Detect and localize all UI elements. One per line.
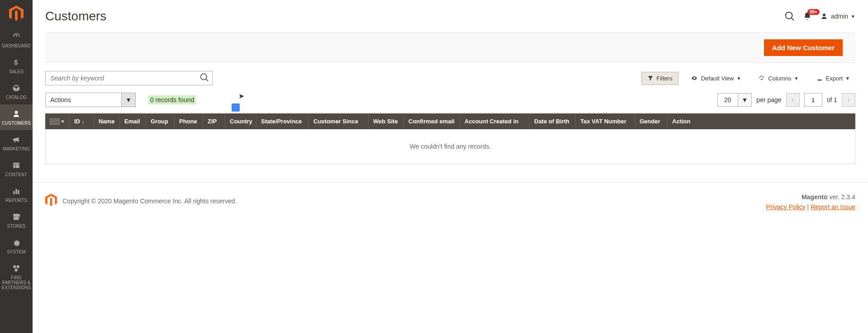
default-view-label: Default View bbox=[701, 75, 734, 82]
chevron-left-icon: ‹ bbox=[792, 96, 794, 103]
toolbar-right: Filters Default View ▼ Columns ▼ Export … bbox=[641, 72, 855, 85]
report-link[interactable]: Report an Issue bbox=[811, 203, 855, 211]
copyright-text: Copyright © 2020 Magento Commerce Inc. A… bbox=[62, 197, 237, 205]
funnel-icon bbox=[647, 75, 654, 81]
col-email[interactable]: Email bbox=[120, 113, 146, 129]
nav-customers[interactable]: CUSTOMERS bbox=[0, 104, 33, 130]
privacy-link[interactable]: Privacy Policy bbox=[766, 203, 806, 211]
col-tax[interactable]: Tax VAT Number bbox=[576, 113, 635, 129]
translate-icon bbox=[232, 103, 240, 112]
actions-label: Actions bbox=[50, 96, 71, 103]
chevron-down-icon: ▼ bbox=[736, 76, 741, 81]
col-gender[interactable]: Gender bbox=[635, 113, 668, 129]
nav-label: CONTENT bbox=[5, 172, 27, 177]
nav-label: CUSTOMERS bbox=[2, 121, 31, 126]
default-view-button[interactable]: Default View ▼ bbox=[685, 72, 747, 84]
cursor-icon: ➤ bbox=[238, 92, 244, 100]
export-icon bbox=[816, 75, 823, 81]
megaphone-icon bbox=[11, 135, 21, 145]
records-count: 0 records found bbox=[148, 95, 196, 104]
sort-arrow-icon: ↓ bbox=[82, 119, 85, 124]
col-country[interactable]: Country bbox=[225, 113, 256, 129]
svg-text:$: $ bbox=[14, 58, 18, 66]
layout-icon bbox=[11, 160, 21, 170]
search-box bbox=[45, 71, 213, 85]
page-input[interactable] bbox=[804, 93, 822, 107]
nav-label: REPORTS bbox=[5, 198, 27, 203]
filters-label: Filters bbox=[656, 75, 672, 82]
col-label: Gender bbox=[640, 118, 660, 125]
search-submit[interactable] bbox=[200, 73, 209, 84]
search-button[interactable] bbox=[785, 11, 795, 21]
add-customer-button[interactable]: Add New Customer bbox=[764, 39, 843, 56]
col-checkbox[interactable]: ▾ bbox=[45, 113, 70, 129]
col-label: Customer Since bbox=[313, 118, 358, 125]
chevron-down-icon: ▼ bbox=[794, 76, 799, 81]
columns-button[interactable]: Columns ▼ bbox=[753, 72, 804, 84]
chevron-down-icon: ▼ bbox=[845, 76, 850, 81]
col-confirmed[interactable]: Confirmed email bbox=[404, 113, 460, 129]
col-label: Web Site bbox=[373, 118, 398, 125]
col-label: Name bbox=[99, 118, 114, 125]
notifications-button[interactable]: 99+ bbox=[803, 12, 812, 21]
bars-icon bbox=[11, 186, 21, 196]
col-dob[interactable]: Date of Birth bbox=[530, 113, 576, 129]
nav-label: CATALOG bbox=[6, 95, 27, 100]
user-menu[interactable]: admin ▼ bbox=[820, 12, 855, 20]
user-name: admin bbox=[831, 13, 848, 20]
columns-icon bbox=[758, 75, 765, 81]
per-page-select[interactable]: 20 ▼ bbox=[717, 93, 752, 107]
pagination: 20 ▼ per page ‹ of 1 › bbox=[717, 93, 855, 107]
eye-icon bbox=[690, 75, 698, 81]
col-label: Group bbox=[151, 118, 168, 125]
prev-page-button[interactable]: ‹ bbox=[786, 93, 800, 107]
nav-content[interactable]: CONTENT bbox=[0, 156, 33, 182]
col-created[interactable]: Account Created in bbox=[460, 113, 530, 129]
actions-select[interactable]: Actions ▼ bbox=[45, 93, 136, 107]
logo[interactable] bbox=[0, 0, 33, 27]
nav-reports[interactable]: REPORTS bbox=[0, 182, 33, 207]
chevron-down-icon: ▼ bbox=[738, 94, 752, 106]
svg-rect-1 bbox=[13, 163, 19, 168]
brand-text: Magento bbox=[802, 193, 828, 201]
sidebar: DASHBOARD $ SALES CATALOG CUSTOMERS MARK… bbox=[0, 0, 33, 221]
cube-icon bbox=[11, 83, 21, 93]
chevron-right-icon: › bbox=[848, 96, 850, 103]
export-button[interactable]: Export ▼ bbox=[811, 72, 855, 84]
footer-left: Copyright © 2020 Magento Commerce Inc. A… bbox=[45, 193, 237, 208]
nav-marketing[interactable]: MARKETING bbox=[0, 130, 33, 156]
col-phone[interactable]: Phone bbox=[175, 113, 203, 129]
col-group[interactable]: Group bbox=[146, 113, 175, 129]
col-since[interactable]: Customer Since bbox=[309, 113, 369, 129]
col-name[interactable]: Name bbox=[94, 113, 120, 129]
footer: Copyright © 2020 Magento Commerce Inc. A… bbox=[33, 182, 868, 221]
col-web[interactable]: Web Site bbox=[369, 113, 404, 129]
columns-label: Columns bbox=[768, 75, 791, 82]
nav-sales[interactable]: $ SALES bbox=[0, 53, 33, 79]
dashboard-icon bbox=[11, 32, 21, 42]
col-id[interactable]: ID↓ bbox=[70, 113, 94, 129]
checkbox-icon bbox=[50, 118, 60, 125]
chevron-down-icon: ▾ bbox=[62, 119, 64, 124]
chevron-down-icon: ▼ bbox=[121, 93, 135, 107]
col-label: Date of Birth bbox=[534, 118, 569, 125]
per-page-label: per page bbox=[756, 96, 781, 103]
header-icons: 99+ admin ▼ bbox=[785, 11, 855, 21]
next-page-button[interactable]: › bbox=[842, 93, 855, 107]
footer-right: Magento ver. 2.3.4 Privacy Policy | Repo… bbox=[766, 193, 855, 211]
grid-header: ▾ ID↓ Name Email Group Phone ZIP Country… bbox=[45, 113, 855, 129]
store-icon bbox=[11, 212, 21, 221]
search-input[interactable] bbox=[45, 71, 213, 85]
col-action[interactable]: Action bbox=[668, 113, 855, 129]
col-label: ZIP bbox=[208, 118, 217, 125]
filters-button[interactable]: Filters bbox=[641, 72, 678, 85]
col-zip[interactable]: ZIP bbox=[203, 113, 225, 129]
nav-dashboard[interactable]: DASHBOARD bbox=[0, 27, 33, 53]
col-label: Confirmed email bbox=[408, 118, 455, 125]
per-page-value: 20 bbox=[718, 94, 738, 106]
nav-catalog[interactable]: CATALOG bbox=[0, 79, 33, 104]
person-icon bbox=[11, 109, 21, 119]
col-state[interactable]: State/Province bbox=[256, 113, 309, 129]
nav-stores[interactable]: STORES bbox=[0, 207, 33, 221]
header: Customers 99+ admin ▼ bbox=[33, 0, 868, 28]
